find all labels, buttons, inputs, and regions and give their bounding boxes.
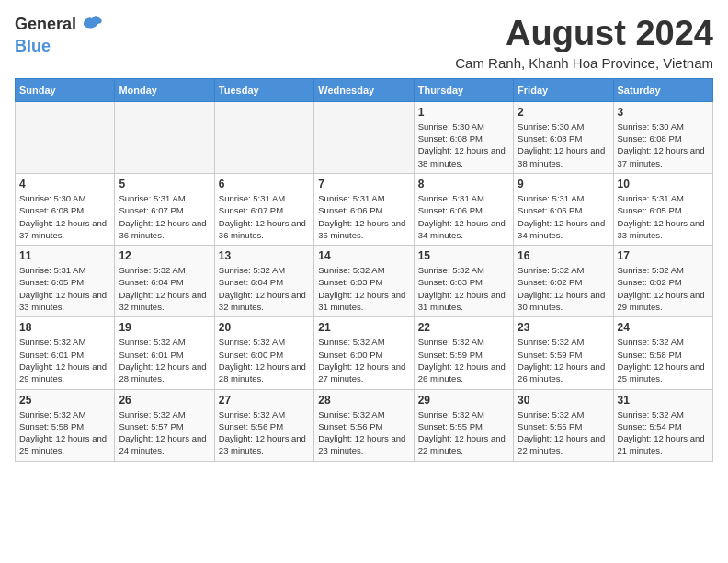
cell-info-text: Sunrise: 5:31 AM Sunset: 6:06 PM Dayligh… — [518, 192, 609, 241]
cell-info-text: Sunrise: 5:32 AM Sunset: 5:54 PM Dayligh… — [618, 408, 709, 457]
cell-date-number: 31 — [618, 394, 709, 407]
calendar-header: SundayMondayTuesdayWednesdayThursdayFrid… — [16, 78, 713, 101]
calendar-cell: 20Sunrise: 5:32 AM Sunset: 6:00 PM Dayli… — [214, 317, 313, 389]
cell-date-number: 21 — [318, 321, 409, 334]
cell-info-text: Sunrise: 5:32 AM Sunset: 5:58 PM Dayligh… — [19, 408, 110, 457]
calendar-cell: 23Sunrise: 5:32 AM Sunset: 5:59 PM Dayli… — [514, 317, 613, 389]
cell-info-text: Sunrise: 5:32 AM Sunset: 5:58 PM Dayligh… — [618, 336, 709, 385]
calendar-cell: 12Sunrise: 5:32 AM Sunset: 6:04 PM Dayli… — [115, 246, 214, 317]
cell-info-text: Sunrise: 5:31 AM Sunset: 6:06 PM Dayligh… — [418, 192, 509, 241]
cell-date-number: 16 — [518, 249, 609, 262]
logo-general: General — [15, 15, 76, 33]
cell-date-number: 18 — [19, 321, 110, 334]
cell-info-text: Sunrise: 5:32 AM Sunset: 6:00 PM Dayligh… — [219, 336, 310, 385]
calendar-cell: 4Sunrise: 5:30 AM Sunset: 6:08 PM Daylig… — [16, 173, 115, 245]
cell-date-number: 25 — [19, 394, 110, 407]
calendar-cell: 16Sunrise: 5:32 AM Sunset: 6:02 PM Dayli… — [514, 246, 613, 317]
calendar-week-5: 25Sunrise: 5:32 AM Sunset: 5:58 PM Dayli… — [16, 389, 713, 461]
cell-date-number: 17 — [618, 249, 709, 262]
cell-info-text: Sunrise: 5:31 AM Sunset: 6:07 PM Dayligh… — [219, 192, 310, 241]
logo-bird-icon — [81, 15, 103, 37]
cell-info-text: Sunrise: 5:32 AM Sunset: 6:01 PM Dayligh… — [19, 336, 110, 385]
month-title: August 2024 — [455, 15, 713, 53]
calendar-cell — [16, 101, 115, 173]
cell-date-number: 7 — [318, 178, 409, 190]
calendar-cell: 18Sunrise: 5:32 AM Sunset: 6:01 PM Dayli… — [16, 317, 115, 389]
logo-text: General — [15, 15, 103, 37]
cell-info-text: Sunrise: 5:32 AM Sunset: 5:56 PM Dayligh… — [318, 408, 409, 457]
calendar-cell: 7Sunrise: 5:31 AM Sunset: 6:06 PM Daylig… — [314, 173, 414, 245]
header-day-tuesday: Tuesday — [214, 78, 313, 101]
cell-info-text: Sunrise: 5:31 AM Sunset: 6:05 PM Dayligh… — [19, 264, 110, 313]
cell-info-text: Sunrise: 5:32 AM Sunset: 6:04 PM Dayligh… — [119, 264, 210, 313]
calendar-cell: 27Sunrise: 5:32 AM Sunset: 5:56 PM Dayli… — [214, 389, 313, 461]
calendar-cell: 19Sunrise: 5:32 AM Sunset: 6:01 PM Dayli… — [115, 317, 214, 389]
cell-info-text: Sunrise: 5:32 AM Sunset: 5:59 PM Dayligh… — [418, 336, 509, 385]
calendar-cell: 22Sunrise: 5:32 AM Sunset: 5:59 PM Dayli… — [414, 317, 513, 389]
cell-date-number: 23 — [518, 321, 609, 334]
cell-info-text: Sunrise: 5:31 AM Sunset: 6:05 PM Dayligh… — [618, 192, 709, 241]
header-day-monday: Monday — [115, 78, 214, 101]
cell-info-text: Sunrise: 5:32 AM Sunset: 6:01 PM Dayligh… — [119, 336, 210, 385]
calendar-cell: 17Sunrise: 5:32 AM Sunset: 6:02 PM Dayli… — [613, 246, 712, 317]
cell-info-text: Sunrise: 5:32 AM Sunset: 6:02 PM Dayligh… — [518, 264, 609, 313]
cell-info-text: Sunrise: 5:31 AM Sunset: 6:07 PM Dayligh… — [119, 192, 210, 241]
calendar-week-4: 18Sunrise: 5:32 AM Sunset: 6:01 PM Dayli… — [16, 317, 713, 389]
calendar-cell: 6Sunrise: 5:31 AM Sunset: 6:07 PM Daylig… — [214, 173, 313, 245]
header-day-friday: Friday — [514, 78, 613, 101]
cell-date-number: 3 — [618, 106, 709, 119]
header-day-saturday: Saturday — [613, 78, 712, 101]
cell-info-text: Sunrise: 5:32 AM Sunset: 5:55 PM Dayligh… — [418, 408, 509, 457]
header-day-sunday: Sunday — [16, 78, 115, 101]
cell-info-text: Sunrise: 5:32 AM Sunset: 5:55 PM Dayligh… — [518, 408, 609, 457]
cell-date-number: 22 — [418, 321, 509, 334]
cell-date-number: 8 — [418, 178, 509, 190]
calendar-cell — [314, 101, 414, 173]
cell-info-text: Sunrise: 5:30 AM Sunset: 6:08 PM Dayligh… — [618, 121, 709, 169]
cell-info-text: Sunrise: 5:32 AM Sunset: 6:03 PM Dayligh… — [418, 264, 509, 313]
title-section: August 2024 Cam Ranh, Khanh Hoa Province… — [455, 15, 713, 71]
cell-date-number: 10 — [618, 178, 709, 190]
cell-date-number: 24 — [618, 321, 709, 334]
cell-info-text: Sunrise: 5:32 AM Sunset: 6:03 PM Dayligh… — [318, 264, 409, 313]
cell-date-number: 14 — [318, 249, 409, 262]
calendar-cell: 5Sunrise: 5:31 AM Sunset: 6:07 PM Daylig… — [115, 173, 214, 245]
calendar-cell: 3Sunrise: 5:30 AM Sunset: 6:08 PM Daylig… — [613, 101, 712, 173]
cell-date-number: 15 — [418, 249, 509, 262]
cell-date-number: 2 — [518, 106, 609, 119]
cell-info-text: Sunrise: 5:30 AM Sunset: 6:08 PM Dayligh… — [418, 121, 509, 169]
calendar-cell: 24Sunrise: 5:32 AM Sunset: 5:58 PM Dayli… — [613, 317, 712, 389]
cell-info-text: Sunrise: 5:32 AM Sunset: 6:04 PM Dayligh… — [219, 264, 310, 313]
cell-date-number: 5 — [119, 178, 210, 190]
calendar-cell: 25Sunrise: 5:32 AM Sunset: 5:58 PM Dayli… — [16, 389, 115, 461]
calendar-cell: 8Sunrise: 5:31 AM Sunset: 6:06 PM Daylig… — [414, 173, 513, 245]
header-row: SundayMondayTuesdayWednesdayThursdayFrid… — [16, 78, 713, 101]
logo: General Blue — [15, 15, 103, 56]
calendar-week-1: 1Sunrise: 5:30 AM Sunset: 6:08 PM Daylig… — [16, 101, 713, 173]
cell-date-number: 6 — [219, 178, 310, 190]
logo-blue: Blue — [15, 37, 51, 55]
cell-info-text: Sunrise: 5:30 AM Sunset: 6:08 PM Dayligh… — [518, 121, 609, 169]
calendar-cell: 11Sunrise: 5:31 AM Sunset: 6:05 PM Dayli… — [16, 246, 115, 317]
header-day-thursday: Thursday — [414, 78, 513, 101]
cell-info-text: Sunrise: 5:32 AM Sunset: 6:00 PM Dayligh… — [318, 336, 409, 385]
cell-date-number: 13 — [219, 249, 310, 262]
calendar-week-2: 4Sunrise: 5:30 AM Sunset: 6:08 PM Daylig… — [16, 173, 713, 245]
calendar-cell: 15Sunrise: 5:32 AM Sunset: 6:03 PM Dayli… — [414, 246, 513, 317]
cell-info-text: Sunrise: 5:32 AM Sunset: 5:56 PM Dayligh… — [219, 408, 310, 457]
calendar-table: SundayMondayTuesdayWednesdayThursdayFrid… — [15, 78, 713, 462]
cell-date-number: 11 — [19, 249, 110, 262]
calendar-cell — [115, 101, 214, 173]
calendar-cell: 10Sunrise: 5:31 AM Sunset: 6:05 PM Dayli… — [613, 173, 712, 245]
calendar-cell: 29Sunrise: 5:32 AM Sunset: 5:55 PM Dayli… — [414, 389, 513, 461]
location-subtitle: Cam Ranh, Khanh Hoa Province, Vietnam — [455, 55, 713, 71]
cell-info-text: Sunrise: 5:30 AM Sunset: 6:08 PM Dayligh… — [19, 192, 110, 241]
calendar-cell: 21Sunrise: 5:32 AM Sunset: 6:00 PM Dayli… — [314, 317, 414, 389]
cell-date-number: 26 — [119, 394, 210, 407]
cell-date-number: 1 — [418, 106, 509, 119]
page-header: General Blue August 2024 Cam Ranh, Khanh… — [15, 15, 713, 71]
calendar-cell: 13Sunrise: 5:32 AM Sunset: 6:04 PM Dayli… — [214, 246, 313, 317]
cell-info-text: Sunrise: 5:31 AM Sunset: 6:06 PM Dayligh… — [318, 192, 409, 241]
header-day-wednesday: Wednesday — [314, 78, 414, 101]
cell-info-text: Sunrise: 5:32 AM Sunset: 5:59 PM Dayligh… — [518, 336, 609, 385]
